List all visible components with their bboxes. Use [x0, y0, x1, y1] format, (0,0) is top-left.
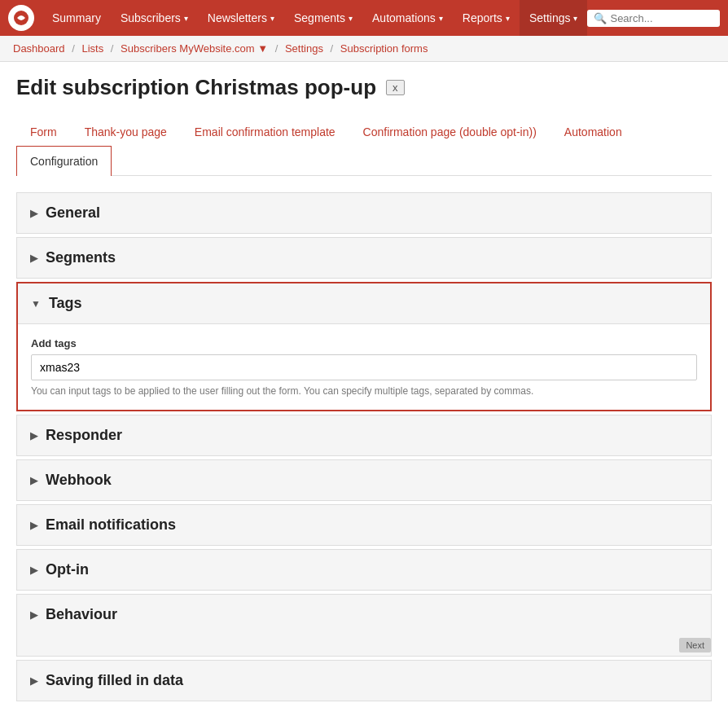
breadcrumb-sep-4: / — [331, 42, 334, 55]
page-title: Edit subscription Christmas pop-up — [16, 75, 376, 100]
section-opt-in: ▶ Opt-in — [16, 549, 712, 591]
scroll-hint: Next — [17, 635, 711, 656]
breadcrumb-settings[interactable]: Settings — [285, 42, 323, 55]
breadcrumb-sep-3: / — [275, 42, 278, 55]
section-webhook: ▶ Webhook — [16, 459, 712, 501]
section-behaviour-arrow: ▶ — [30, 609, 37, 621]
close-button[interactable]: x — [386, 80, 405, 95]
section-saving-arrow: ▶ — [30, 675, 37, 687]
section-saving-filled-in-data: ▶ Saving filled in data — [16, 660, 712, 701]
section-general-header[interactable]: ▶ General — [17, 193, 711, 233]
section-general: ▶ General — [16, 192, 712, 234]
section-segments-header[interactable]: ▶ Segments — [17, 238, 711, 278]
breadcrumb-dashboard[interactable]: Dashboard — [13, 42, 65, 55]
section-opt-in-header[interactable]: ▶ Opt-in — [17, 550, 711, 590]
section-tags-arrow: ▼ — [31, 298, 41, 310]
section-email-notifications-label: Email notifications — [46, 516, 176, 534]
tags-body: Add tags You can input tags to be applie… — [18, 324, 710, 410]
search-icon: 🔍 — [594, 12, 607, 24]
nav-newsletters[interactable]: Newsletters▾ — [198, 0, 284, 36]
nav-summary[interactable]: Summary — [42, 0, 111, 36]
search-input[interactable] — [610, 12, 716, 24]
breadcrumb-sep-2: / — [111, 42, 114, 55]
section-opt-in-arrow: ▶ — [30, 565, 37, 576]
section-behaviour: ▶ Behaviour Next — [16, 594, 712, 657]
section-email-notifications-arrow: ▶ — [30, 520, 37, 531]
tab-email-confirmation-template[interactable]: Email confirmation template — [181, 116, 349, 147]
nav-reports[interactable]: Reports▾ — [453, 0, 520, 36]
nav-items: Summary Subscribers▾ Newsletters▾ Segmen… — [42, 0, 587, 36]
scroll-button[interactable]: Next — [679, 638, 711, 652]
logo[interactable] — [8, 5, 34, 31]
breadcrumb-subscription-forms[interactable]: Subscription forms — [340, 42, 428, 55]
section-behaviour-header[interactable]: ▶ Behaviour — [17, 595, 711, 635]
tags-hint: You can input tags to be applied to the … — [31, 385, 697, 397]
breadcrumb-lists[interactable]: Lists — [81, 42, 103, 55]
section-behaviour-label: Behaviour — [46, 606, 117, 623]
section-tags-label: Tags — [49, 295, 82, 312]
breadcrumb-sep-1: / — [72, 42, 75, 55]
section-webhook-label: Webhook — [46, 472, 112, 489]
section-general-label: General — [46, 204, 100, 222]
section-webhook-arrow: ▶ — [30, 475, 37, 486]
page-content: Edit subscription Christmas pop-up x For… — [0, 62, 728, 703]
section-responder-arrow: ▶ — [30, 430, 37, 442]
add-tags-label: Add tags — [31, 337, 697, 349]
tags-input[interactable] — [31, 354, 697, 380]
tab-thank-you-page[interactable]: Thank-you page — [71, 116, 181, 147]
page-title-container: Edit subscription Christmas pop-up x — [16, 75, 712, 100]
top-navigation: Summary Subscribers▾ Newsletters▾ Segmen… — [0, 0, 728, 36]
section-tags: ▼ Tags Add tags You can input tags to be… — [16, 282, 712, 411]
tab-confirmation-page[interactable]: Confirmation page (double opt-in)) — [349, 116, 550, 147]
section-segments-label: Segments — [46, 249, 116, 266]
section-responder-label: Responder — [46, 427, 122, 444]
tab-configuration[interactable]: Configuration — [16, 146, 112, 176]
section-segments: ▶ Segments — [16, 237, 712, 279]
section-responder-header[interactable]: ▶ Responder — [17, 415, 711, 455]
section-email-notifications-header[interactable]: ▶ Email notifications — [17, 505, 711, 545]
section-segments-arrow: ▶ — [30, 253, 37, 264]
section-general-arrow: ▶ — [30, 208, 37, 219]
section-tags-header[interactable]: ▼ Tags — [18, 283, 710, 324]
breadcrumb-subscribers[interactable]: Subscribers MyWebsite.com ▼ — [121, 42, 268, 55]
tab-form[interactable]: Form — [16, 116, 71, 147]
breadcrumb: Dashboard / Lists / Subscribers MyWebsit… — [0, 36, 728, 62]
section-saving-label: Saving filled in data — [46, 672, 183, 689]
tab-automation[interactable]: Automation — [550, 116, 636, 147]
section-webhook-header[interactable]: ▶ Webhook — [17, 460, 711, 500]
nav-subscribers[interactable]: Subscribers▾ — [111, 0, 198, 36]
nav-segments[interactable]: Segments▾ — [284, 0, 362, 36]
tab-bar: Form Thank-you page Email confirmation t… — [16, 116, 712, 176]
section-saving-filled-in-data-header[interactable]: ▶ Saving filled in data — [17, 661, 711, 701]
nav-automations[interactable]: Automations▾ — [362, 0, 453, 36]
section-responder: ▶ Responder — [16, 415, 712, 456]
section-opt-in-label: Opt-in — [46, 561, 89, 578]
section-email-notifications: ▶ Email notifications — [16, 504, 712, 546]
search-bar: 🔍 — [587, 10, 720, 27]
nav-settings[interactable]: Settings▾ — [520, 0, 588, 36]
